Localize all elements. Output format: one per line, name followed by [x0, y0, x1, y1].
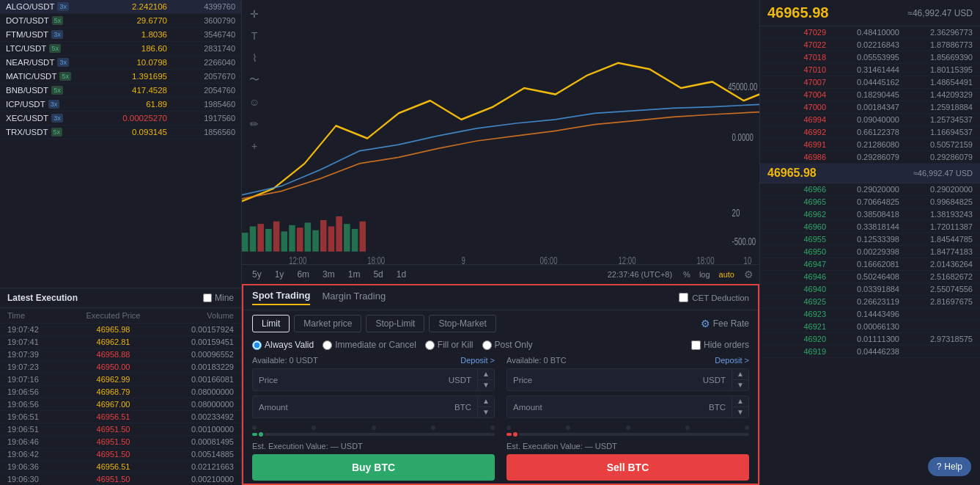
pair-row[interactable]: DOT/USDT 5x 29.6770 3600790: [0, 14, 241, 28]
buy-price-up[interactable]: ▲: [478, 369, 494, 379]
buy-slider-thumb[interactable]: [257, 431, 265, 438]
bid-row[interactable]: 46950 0.00229398 1.84774183: [760, 246, 980, 258]
edit-tool[interactable]: ✏: [246, 116, 262, 132]
bid-row[interactable]: 46966 0.29020000 0.29020000: [760, 183, 980, 196]
bid-row[interactable]: 46921 0.00066130: [760, 321, 980, 333]
hide-orders-checkbox[interactable]: [691, 340, 701, 350]
time-period-btn[interactable]: 5y: [248, 268, 266, 281]
pair-row[interactable]: MATIC/USDT 5x 1.391695 2057670: [0, 70, 241, 84]
sell-deposit[interactable]: Deposit >: [715, 356, 749, 365]
buy-slider-row[interactable]: [252, 423, 495, 439]
hide-orders[interactable]: Hide orders: [691, 340, 749, 350]
sell-slider-row[interactable]: [506, 423, 749, 439]
sell-amount-up[interactable]: ▲: [732, 396, 748, 406]
chart-option-%[interactable]: %: [681, 269, 693, 280]
pair-row[interactable]: TRX/USDT 5x 0.093145 1856560: [0, 125, 241, 139]
ask-row[interactable]: 46986 0.29286079 0.29286079: [760, 151, 980, 164]
pair-row[interactable]: XEC/USDT 3x 0.00025270 1917560: [0, 112, 241, 125]
pair-row[interactable]: ALGO/USDT 3x 2.242106 4399760: [0, 0, 241, 14]
help-button[interactable]: ? Help: [928, 457, 971, 476]
bid-row[interactable]: 46962 0.38508418 1.38193243: [760, 208, 980, 221]
chart-option-auto[interactable]: auto: [717, 269, 737, 280]
sell-price-up[interactable]: ▲: [732, 369, 748, 379]
time-period-btn[interactable]: 5d: [369, 268, 387, 281]
ask-row[interactable]: 46994 0.09040000 1.25734537: [760, 114, 980, 126]
tif-fok[interactable]: Fill or Kill: [425, 340, 474, 350]
sell-slider-track[interactable]: [506, 433, 749, 436]
measure-tool[interactable]: +: [246, 138, 262, 154]
sdot3: [626, 426, 630, 430]
ask-row[interactable]: 47010 0.31461444 1.80115395: [760, 64, 980, 76]
emoji-tool[interactable]: ☺: [246, 94, 262, 110]
mine-checkbox-input[interactable]: [203, 293, 212, 302]
cet-deduction-checkbox[interactable]: [679, 293, 688, 302]
ask-row[interactable]: 46992 0.66122378 1.16694537: [760, 126, 980, 139]
btn-market-price[interactable]: Market price: [294, 315, 361, 332]
bid-row[interactable]: 46925 0.26623119 2.81697675: [760, 296, 980, 308]
bid-row[interactable]: 46946 0.50246408 2.51682672: [760, 271, 980, 283]
pair-row[interactable]: LTC/USDT 5x 186.60 2831740: [0, 42, 241, 56]
buy-slider-track[interactable]: [252, 433, 495, 436]
bid-row[interactable]: 46923 0.14443496: [760, 308, 980, 321]
bid-row[interactable]: 46960 0.33818144 1.72011387: [760, 221, 980, 233]
bid-price: 46962: [767, 210, 826, 219]
ask-row[interactable]: 47022 0.02216843 1.87886773: [760, 39, 980, 51]
btn-stop-market[interactable]: Stop-Market: [429, 315, 495, 332]
time-period-btn[interactable]: 1d: [392, 268, 410, 281]
sell-price-input[interactable]: [548, 371, 697, 390]
time-period-btn[interactable]: 3m: [318, 268, 339, 281]
chart-option-log[interactable]: log: [697, 269, 712, 280]
tif-always-valid[interactable]: Always Valid: [252, 340, 314, 350]
ask-row[interactable]: 46991 0.21286080 0.50572159: [760, 139, 980, 151]
ask-row[interactable]: 47007 0.04445162 1.48654491: [760, 76, 980, 89]
time-period-btn[interactable]: 1y: [270, 268, 289, 281]
pair-volume: 1856560: [167, 128, 235, 136]
ask-row[interactable]: 47018 0.05553995 1.85669390: [760, 51, 980, 64]
time-period-btn[interactable]: 6m: [292, 268, 314, 281]
tab-margin-trading[interactable]: Margin Trading: [322, 291, 386, 305]
tif-ioc[interactable]: Immediate or Cancel: [323, 340, 416, 350]
ask-price: 47007: [767, 78, 826, 87]
ask-size: 0.18290445: [833, 90, 899, 99]
bid-row[interactable]: 46955 0.12533398 1.84544785: [760, 233, 980, 246]
sell-slider-thumb[interactable]: [512, 431, 519, 438]
btn-limit[interactable]: Limit: [252, 315, 290, 332]
bid-row[interactable]: 46920 0.01111300 2.97318575: [760, 333, 980, 346]
buy-price-down[interactable]: ▼: [478, 380, 494, 390]
buy-amount-up[interactable]: ▲: [478, 396, 494, 406]
sell-amount-input[interactable]: [548, 398, 703, 417]
bid-row[interactable]: 46919 0.04446238: [760, 346, 980, 358]
buy-deposit[interactable]: Deposit >: [460, 356, 495, 365]
ask-row[interactable]: 47029 0.48410000 2.36296773: [760, 26, 980, 39]
crosshair-tool[interactable]: ✛: [246, 6, 262, 22]
tab-spot-trading[interactable]: Spot Trading: [252, 290, 310, 305]
bid-row[interactable]: 46940 0.03391884 2.55074556: [760, 283, 980, 296]
buy-btn[interactable]: Buy BTC: [252, 454, 495, 481]
pair-row[interactable]: FTM/USDT 3x 1.8036 3546740: [0, 28, 241, 42]
ask-row[interactable]: 47000 0.00184347 1.25918884: [760, 101, 980, 114]
pair-row[interactable]: NEAR/USDT 3x 10.0798 2266040: [0, 56, 241, 70]
btn-stop-limit[interactable]: Stop-Limit: [366, 315, 424, 332]
buy-price-input[interactable]: [293, 371, 443, 390]
bid-row[interactable]: 46947 0.16662081 2.01436264: [760, 258, 980, 271]
bid-price: 46925: [767, 297, 826, 306]
fee-rate[interactable]: ⚙ Fee Rate: [701, 318, 749, 329]
buy-amount-down[interactable]: ▼: [478, 407, 494, 417]
tif-post-only[interactable]: Post Only: [482, 340, 533, 350]
pair-row[interactable]: BNB/USDT 5x 417.4528 2054760: [0, 84, 241, 98]
draw-tool[interactable]: ⌇: [246, 50, 262, 66]
chart-settings-icon[interactable]: ⚙: [744, 269, 754, 280]
sell-amount-down[interactable]: ▼: [732, 407, 748, 417]
mine-checkbox[interactable]: Mine: [203, 293, 234, 303]
ask-row[interactable]: 47004 0.18290445 1.44209329: [760, 89, 980, 101]
wave-tool[interactable]: 〜: [246, 72, 262, 88]
buy-amount-input[interactable]: [294, 398, 449, 417]
bid-row[interactable]: 46965 0.70664825 0.99684825: [760, 196, 980, 208]
text-tool[interactable]: T: [246, 28, 262, 44]
execution-row: 19:06:51 46956.51 0.00233492: [0, 411, 241, 423]
sell-btn[interactable]: Sell BTC: [506, 454, 749, 481]
time-period-btn[interactable]: 1m: [344, 268, 365, 281]
sell-price-down[interactable]: ▼: [732, 380, 748, 390]
cet-deduction[interactable]: CET Deduction: [679, 293, 749, 302]
pair-row[interactable]: ICP/USDT 3x 61.89 1985460: [0, 98, 241, 112]
